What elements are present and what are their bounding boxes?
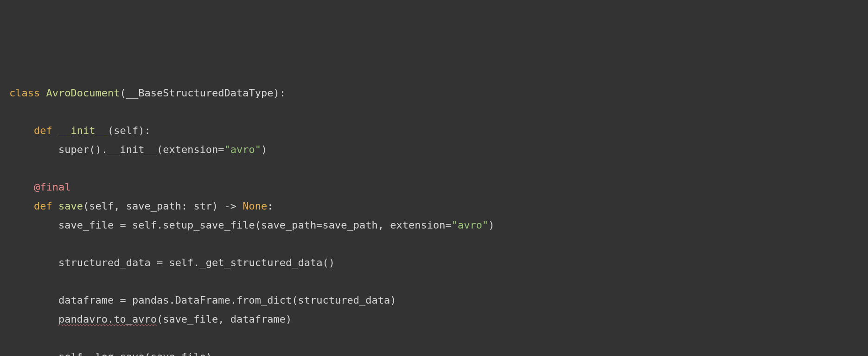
- colon-save: :: [267, 200, 273, 212]
- super-call-prefix: super().: [58, 144, 108, 155]
- return-none: None: [243, 200, 267, 212]
- params-init: (self):: [108, 125, 151, 136]
- paren-close-4: ): [261, 144, 267, 155]
- code-line-4: super().__init__(extension="avro"): [9, 144, 267, 155]
- string-avro-1: "avro": [224, 144, 261, 155]
- log-save-line: self._log_save(save_file): [58, 351, 212, 356]
- code-line-13: pandavro.to_avro(save_file, dataframe): [9, 313, 292, 325]
- params-save: (self, save_path: str) ->: [83, 200, 243, 212]
- super-call-fn: __init__: [108, 144, 157, 155]
- code-editor: class AvroDocument(__BaseStructuredDataT…: [9, 84, 859, 356]
- save-file-assign: save_file = self.setup_save_file(save_pa…: [58, 219, 452, 231]
- decorator-final: @final: [34, 181, 70, 193]
- code-line-1: class AvroDocument(__BaseStructuredDataT…: [9, 87, 286, 99]
- structured-data-line: structured_data = self._get_structured_d…: [58, 257, 335, 268]
- paren-close-8: ): [488, 219, 494, 231]
- code-line-15: self._log_save(save_file): [9, 351, 212, 356]
- code-line-8: save_file = self.setup_save_file(save_pa…: [9, 219, 494, 231]
- paren-close: ): [274, 87, 280, 99]
- paren-open: (: [120, 87, 126, 99]
- code-line-7: def save(self, save_path: str) -> None:: [9, 200, 274, 212]
- code-line-10: structured_data = self._get_structured_d…: [9, 257, 335, 268]
- method-init: __init__: [58, 125, 108, 136]
- keyword-def: def: [34, 125, 52, 136]
- string-avro-2: "avro": [452, 219, 488, 231]
- class-name: AvroDocument: [46, 87, 120, 99]
- keyword-def-2: def: [34, 200, 52, 212]
- pandavro-rest: (save_file, dataframe): [157, 313, 292, 325]
- pandavro-squiggle: pandavro.to_avro: [58, 313, 157, 325]
- arg-key-ext: extension=: [163, 144, 224, 155]
- dataframe-line: dataframe = pandas.DataFrame.from_dict(s…: [58, 294, 396, 306]
- code-line-12: dataframe = pandas.DataFrame.from_dict(s…: [9, 294, 396, 306]
- base-class: __BaseStructuredDataType: [126, 87, 274, 99]
- colon: :: [280, 87, 286, 99]
- code-line-3: def __init__(self):: [9, 125, 151, 136]
- code-line-6: @final: [9, 181, 70, 193]
- arg-key: (: [157, 144, 163, 155]
- method-save: save: [58, 200, 83, 212]
- keyword-class: class: [9, 87, 40, 99]
